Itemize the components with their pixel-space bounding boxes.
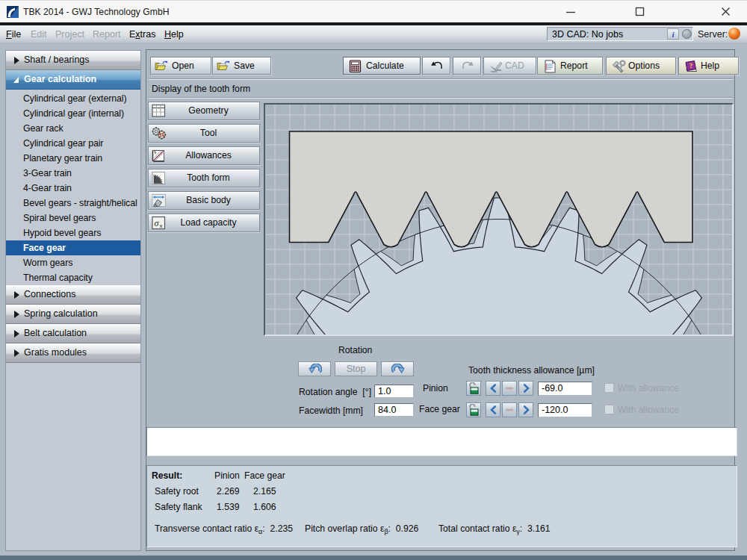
svg-text:x: x <box>160 223 163 229</box>
